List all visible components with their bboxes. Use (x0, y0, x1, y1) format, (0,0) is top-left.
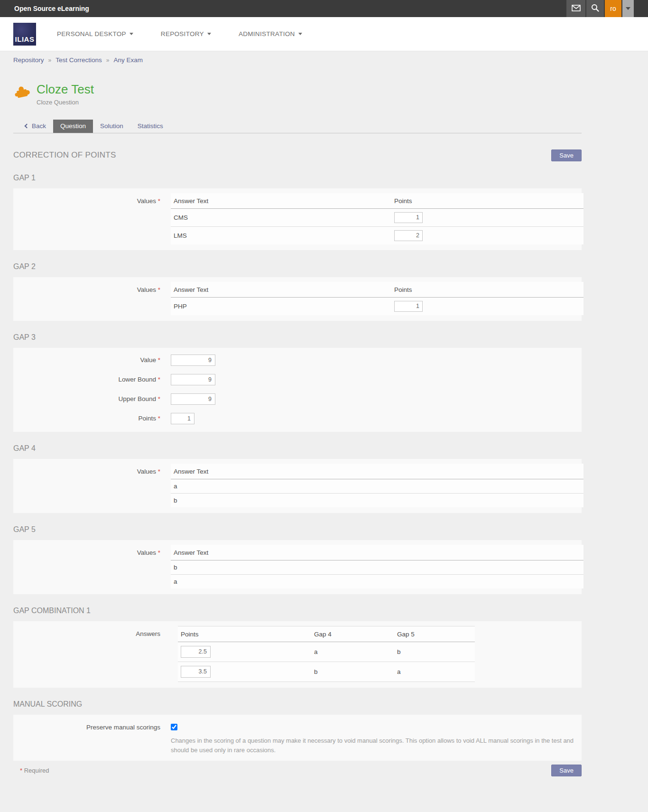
chevron-down-icon (130, 33, 133, 35)
user-menu-caret-button[interactable] (622, 0, 634, 17)
combo-row1-gap4: a (311, 642, 394, 662)
breadcrumb-separator: » (48, 57, 52, 64)
manual-scoring-panel: Preserve manual scorings Changes in the … (13, 715, 582, 761)
gap2-content: Answer Text Points PHP (171, 282, 583, 315)
table-row: a b (178, 642, 475, 662)
page-subtitle: Cloze Question (37, 99, 94, 106)
tab-question[interactable]: Question (53, 120, 93, 133)
combo-col-gap4: Gap 4 (311, 626, 394, 642)
chevron-down-icon (207, 33, 211, 35)
section-header: CORRECTION OF POINTS Save (13, 149, 582, 161)
gap1-row1-points-input[interactable] (394, 212, 423, 223)
gap5-col-answer-text: Answer Text (171, 545, 583, 560)
gap3-lower-bound-row: Lower Bound * (13, 374, 575, 385)
nav-administration-label: ADMINISTRATION (239, 30, 295, 37)
manual-scoring-content: Changes in the scoring of a question may… (171, 719, 575, 755)
gap5-values-label-text: Values (137, 549, 156, 556)
preserve-manual-scorings-label: Preserve manual scorings (13, 719, 171, 755)
required-asterisk: * (20, 767, 22, 774)
gap3-upper-bound-label: Upper Bound * (13, 393, 171, 405)
mail-icon (572, 5, 581, 13)
gap1-values-label-text: Values (137, 197, 156, 205)
table-row: b (171, 560, 583, 574)
manual-scoring-help-text: Changes in the scoring of a question may… (171, 736, 575, 755)
search-button[interactable] (586, 0, 604, 17)
nav-personal-desktop[interactable]: PERSONAL DESKTOP (57, 30, 133, 37)
tab-solution[interactable]: Solution (93, 120, 130, 133)
breadcrumb-separator: » (106, 57, 110, 64)
tab-statistics[interactable]: Statistics (130, 120, 170, 133)
gap3-upper-bound-label-text: Upper Bound (118, 395, 156, 402)
gap3-lower-bound-input[interactable] (171, 374, 215, 385)
gap5-panel: Values * Answer Text b a (13, 540, 582, 594)
gap3-points-row: Points * (13, 413, 575, 424)
main-header: ILIAS PERSONAL DESKTOP REPOSITORY ADMINI… (0, 17, 648, 51)
topbar: Open Source eLearning ro (0, 0, 648, 17)
gap3-title: GAP 3 (13, 333, 582, 342)
ilias-logo[interactable]: ILIAS (13, 23, 36, 46)
combination-answers-label: Answers (13, 626, 171, 682)
form-footer-row: * Required Save (13, 765, 582, 776)
nav-repository[interactable]: REPOSITORY (161, 30, 211, 37)
combo-row2-points-input[interactable] (181, 666, 211, 678)
combo-row2-gap4: b (311, 662, 394, 681)
nav-administration[interactable]: ADMINISTRATION (239, 30, 302, 37)
table-row: b a (178, 662, 475, 681)
nav-personal-desktop-label: PERSONAL DESKTOP (57, 30, 126, 37)
gap1-row2-points-input[interactable] (394, 230, 423, 241)
breadcrumb-any-exam[interactable]: Any Exam (113, 56, 143, 64)
topbar-actions: ro (565, 0, 634, 17)
gap3-points-label-text: Points (138, 415, 156, 422)
gap3-panel: Value * Lower Bound * Upper Bound * Poin… (13, 348, 582, 432)
bottom-spacer (0, 776, 648, 812)
save-button-bottom[interactable]: Save (551, 765, 582, 776)
table-row: PHP (171, 297, 583, 315)
page-title-row: Cloze Test Cloze Question (13, 83, 582, 106)
gap3-value-input[interactable] (171, 355, 215, 366)
gap5-values-label: Values * (13, 545, 171, 588)
gap3-value-row: Value * (13, 355, 575, 366)
gap1-title: GAP 1 (13, 174, 582, 182)
gap2-row1-answer: PHP (171, 297, 391, 315)
title-texts: Cloze Test Cloze Question (37, 83, 94, 106)
mail-button[interactable] (566, 0, 585, 17)
combination-content: Points Gap 4 Gap 5 a b b a (171, 626, 575, 682)
combo-row1-gap5: b (394, 642, 475, 662)
user-avatar-button[interactable]: ro (605, 0, 621, 17)
gap2-col-points: Points (391, 282, 583, 298)
gap3-points-input[interactable] (171, 413, 194, 424)
section-title: CORRECTION OF POINTS (13, 150, 116, 160)
required-note: * Required (13, 767, 49, 774)
gap4-row1-answer: a (171, 479, 583, 493)
main-nav: PERSONAL DESKTOP REPOSITORY ADMINISTRATI… (57, 30, 302, 37)
chevron-left-icon (25, 123, 29, 128)
preserve-manual-scorings-checkbox[interactable] (171, 724, 177, 730)
gap3-value-label-text: Value (140, 356, 156, 364)
table-row: CMS (171, 208, 583, 226)
gap2-values-label-text: Values (137, 286, 156, 293)
breadcrumb-test-corrections[interactable]: Test Corrections (56, 56, 102, 64)
required-asterisk: * (158, 197, 160, 205)
save-button-top[interactable]: Save (551, 149, 582, 161)
combination-table: Points Gap 4 Gap 5 a b b a (178, 626, 475, 682)
gap2-answers-table: Answer Text Points PHP (171, 282, 583, 315)
combo-row1-points-input[interactable] (181, 646, 211, 658)
gap4-col-answer-text: Answer Text (171, 464, 583, 479)
gap3-points-label: Points * (13, 413, 171, 424)
gap4-row2-answer: b (171, 493, 583, 507)
gap1-row2-answer: LMS (171, 226, 391, 244)
table-row: b (171, 493, 583, 507)
tab-bar: Back Question Solution Statistics (13, 120, 582, 133)
gap1-values-label: Values * (13, 193, 171, 244)
required-note-text: Required (24, 767, 49, 774)
gap3-upper-bound-input[interactable] (171, 393, 215, 405)
puzzle-icon (13, 84, 30, 101)
gap1-panel: Values * Answer Text Points CMS LMS (13, 188, 582, 250)
manual-scoring-title: MANUAL SCORING (13, 700, 582, 709)
chevron-down-icon (298, 33, 302, 35)
back-button[interactable]: Back (18, 120, 53, 133)
gap2-row1-points-input[interactable] (394, 301, 423, 312)
required-asterisk: * (158, 286, 160, 293)
gap4-answers-table: Answer Text a b (171, 464, 583, 507)
breadcrumb-repository[interactable]: Repository (13, 56, 44, 64)
